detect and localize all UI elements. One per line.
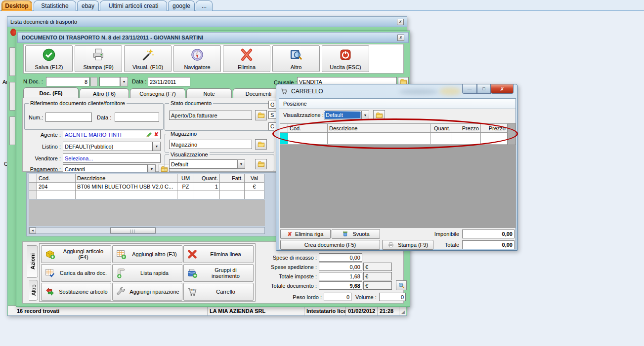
volume-field[interactable]: 0 <box>379 293 406 301</box>
ndoc-suffix-field[interactable] <box>99 77 120 86</box>
row-selector[interactable] <box>29 183 37 191</box>
folder-icon <box>376 112 383 118</box>
cart-icon <box>280 87 288 95</box>
zoom-totals-button[interactable] <box>396 280 407 290</box>
scroll-left-icon[interactable]: ◄ <box>29 228 36 233</box>
altro-button[interactable]: Altro <box>272 45 320 72</box>
venditore-label: Venditore : <box>21 155 61 161</box>
maximize-button[interactable]: □ <box>477 84 491 94</box>
chevron-down-icon[interactable]: ▼ <box>153 142 161 151</box>
elimina-linea-button[interactable]: Elimina linea <box>183 245 254 263</box>
close-button[interactable]: ✗ <box>491 84 514 94</box>
scrollbar-thumb[interactable]: ||| <box>110 228 156 233</box>
lista-rapida-button[interactable]: Lista rapida <box>112 264 182 282</box>
aggiungi-riparazione-button[interactable]: Aggiungi riparazione <box>112 283 182 301</box>
rif-num-label: Num.: <box>29 115 43 120</box>
cart-empty-row[interactable] <box>280 133 508 145</box>
rif-data-field[interactable] <box>115 113 159 122</box>
cart-empty-area <box>280 145 516 228</box>
tab-google[interactable]: google <box>168 0 195 11</box>
spese-incasso-field[interactable]: 0,00 <box>319 253 362 262</box>
close-icon: ✗ <box>500 86 504 92</box>
tab-consegna-f7[interactable]: Consegna (F7) <box>130 88 185 98</box>
desktop-tabstrip: Desktop Statistiche ebay Ultimi articoli… <box>0 0 644 11</box>
save-button[interactable]: Salva (F12) <box>25 45 73 72</box>
imponibile-label: Imponibile <box>422 231 459 237</box>
chevron-down-icon[interactable]: ▼ <box>120 77 128 86</box>
agente-field[interactable]: AGENTE MARIO TINTI ✘ <box>63 130 161 139</box>
close-icon[interactable]: ✗ <box>397 35 404 41</box>
data-field[interactable]: 23/11/2011 <box>148 77 190 86</box>
side-tab-azioni[interactable]: Azioni <box>27 245 38 278</box>
table-row-empty[interactable] <box>29 191 264 199</box>
table-empty-area <box>29 200 265 226</box>
visualizzazione-folder-button[interactable] <box>255 159 267 169</box>
elimina-riga-button[interactable]: ✘ Elimina riga <box>280 229 331 239</box>
printer-icon <box>91 48 105 62</box>
tab-ultimi-articoli[interactable]: Ultimi articoli creati <box>100 0 167 11</box>
listino-select[interactable]: DEFAULT(Pubblico) <box>63 142 153 151</box>
horizontal-scrollbar[interactable]: ◄ ||| <box>29 227 265 234</box>
clear-agente-icon[interactable]: ✘ <box>154 131 159 138</box>
stampa-cart-button[interactable]: Stampa (F9) <box>382 240 433 250</box>
stato-folder-button[interactable] <box>255 110 267 120</box>
visualizzazione-group: Visualizzazione Default ▼ <box>165 154 274 171</box>
totale-imposte-field[interactable]: 1,68 <box>319 272 362 280</box>
stato-documento-group: Stato documento Aperto/Da fatturare <box>165 103 274 131</box>
peso-lordo-field[interactable]: 0 <box>324 293 351 301</box>
svuota-button[interactable]: Svuota <box>332 229 380 239</box>
lista-titlebar[interactable]: Lista documenti di trasporto ✗ <box>7 17 407 27</box>
gruppi-inserimento-button[interactable]: Gruppi di inserimento <box>183 264 254 282</box>
side-tab-altro[interactable]: Altro <box>29 280 38 301</box>
magic-wand-icon <box>141 48 155 62</box>
tab-note[interactable]: Note <box>186 88 232 98</box>
close-icon[interactable]: ✗ <box>397 19 404 25</box>
selected-row-indicator[interactable] <box>280 133 288 145</box>
aggiungi-articolo-button[interactable]: Aggiungi articolo (F4) <box>41 245 111 263</box>
rif-num-field[interactable] <box>45 113 92 122</box>
cart-visualizzazione-label: Visualizzazione : <box>283 112 324 118</box>
sostituzione-articolo-button[interactable]: Sostituzione articolo <box>41 283 111 301</box>
red-x-icon <box>240 48 254 62</box>
delete-button[interactable]: Elimina <box>223 45 270 72</box>
magazzino-field[interactable]: Magazzino <box>169 140 252 149</box>
crea-documento-button[interactable]: Crea documento (F5) <box>280 240 380 250</box>
spese-spedizione-field[interactable]: 0,00 <box>319 263 362 271</box>
minimize-button[interactable]: — <box>462 84 477 94</box>
chevron-down-icon[interactable]: ▼ <box>361 111 369 119</box>
exit-button[interactable]: Uscita (ESC) <box>322 45 369 72</box>
table-row[interactable]: 204 BT06 MINI BLUETOOTH USB V2.0 C... PZ… <box>29 183 264 191</box>
red-x-icon <box>187 249 198 260</box>
print-button[interactable]: Stampa (F9) <box>75 45 122 72</box>
tab-altro-f6[interactable]: Altro (F6) <box>80 88 129 98</box>
visualizzazione-select[interactable]: Default <box>169 159 237 169</box>
totale-imposte-currency: € <box>363 272 392 280</box>
tab-doc-f5[interactable]: Doc. (F5) <box>23 87 79 98</box>
carrello-button[interactable]: Carrello <box>183 283 254 301</box>
navigator-button[interactable]: Navigatore <box>173 45 221 72</box>
ndoc-field[interactable]: 8 <box>46 77 89 86</box>
chevron-down-icon[interactable]: ▼ <box>237 159 245 169</box>
aero-reflection <box>399 89 438 95</box>
tab-more[interactable]: ... <box>196 0 213 11</box>
carica-da-altro-doc-button[interactable]: Carica da altro doc. <box>41 264 111 282</box>
doc-titlebar[interactable]: DOCUMENTO DI TRASPORTO N. 8 del 23/11/20… <box>17 32 409 43</box>
doc-window-title: DOCUMENTO DI TRASPORTO N. 8 del 23/11/20… <box>22 35 203 40</box>
tab-desktop[interactable]: Desktop <box>1 0 32 11</box>
ndoc-spin[interactable] <box>90 77 97 86</box>
aggiungi-altro-button[interactable]: Aggiungi altro (F3) <box>112 245 182 263</box>
preview-button[interactable]: Visual. (F10) <box>124 45 172 72</box>
magnifier-plus-icon <box>398 282 405 289</box>
menu-posizione[interactable]: Posizione <box>279 101 311 107</box>
cart-visualizzazione-select[interactable]: Default <box>324 111 361 119</box>
pencil-icon[interactable] <box>145 131 153 138</box>
tab-ebay[interactable]: ebay <box>77 0 99 11</box>
tab-statistiche[interactable]: Statistiche <box>34 0 76 11</box>
resize-grip[interactable]: ◢ <box>399 306 406 315</box>
venditore-field[interactable]: Seleziona... <box>63 154 161 163</box>
magazzino-group-title: Magazzino <box>169 131 198 137</box>
cart-folder-button[interactable] <box>373 110 385 120</box>
carrello-titlebar[interactable]: CARRELLO <box>280 87 323 95</box>
magazzino-folder-button[interactable] <box>255 139 267 150</box>
totale-imposte-label: Totale imposte : <box>249 273 317 279</box>
